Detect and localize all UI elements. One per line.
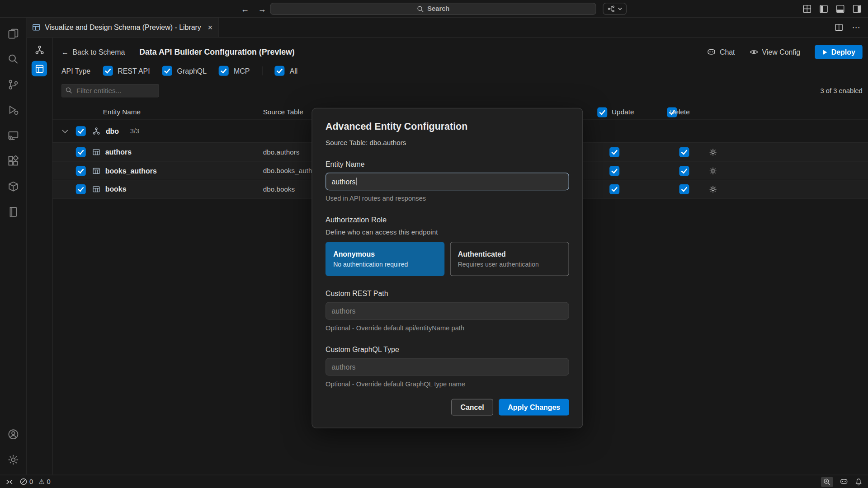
entity-filter-wrap: [61, 84, 159, 97]
source-table: dbo.authors: [263, 148, 300, 156]
custom-graphql-type-input[interactable]: [326, 358, 569, 375]
auth-option-subtitle: Requires user authentication: [458, 261, 561, 268]
update-checkbox[interactable]: [609, 166, 619, 176]
command-center-search[interactable]: Search: [270, 3, 596, 15]
data-api-builder-icon[interactable]: [32, 61, 47, 76]
tab-label: Visualize and Design Schema (Preview) - …: [45, 23, 201, 31]
copilot-status-icon[interactable]: [840, 478, 848, 486]
customize-layout-icon[interactable]: [803, 5, 812, 14]
source-table-header: Source Table: [263, 108, 303, 116]
delete-checkbox[interactable]: [679, 166, 689, 176]
auth-option-title: Anonymous: [333, 250, 437, 258]
row-settings-gear-icon[interactable]: [709, 167, 717, 174]
title-bar: ← → Search: [0, 0, 868, 18]
custom-rest-path-helper: Optional - Override default api/entityNa…: [326, 324, 569, 332]
custom-rest-path-input[interactable]: [326, 302, 569, 320]
page-title: Data API Builder Configuration (Preview): [139, 47, 295, 56]
split-editor-icon[interactable]: [835, 23, 843, 31]
row-settings-gear-icon[interactable]: [709, 185, 717, 193]
all-checkbox[interactable]: [275, 66, 285, 76]
rest-api-checkbox[interactable]: [103, 66, 113, 76]
delete-checkbox[interactable]: [679, 184, 689, 194]
auth-option-subtitle: No authentication required: [333, 261, 437, 268]
view-config-button[interactable]: View Config: [749, 47, 800, 56]
row-checkbox[interactable]: [76, 166, 86, 176]
toggle-secondary-sidebar-icon[interactable]: [853, 5, 862, 14]
dialog-source-table: Source Table: dbo.authors: [326, 139, 569, 146]
error-count: 0: [29, 478, 33, 485]
entity-name-helper: Used in API routes and responses: [326, 195, 569, 202]
settings-gear-icon[interactable]: [0, 447, 26, 472]
panel-header-actions: Chat View Config Deploy: [707, 45, 863, 59]
schema-icon: [92, 127, 100, 135]
delete-checkbox[interactable]: [679, 147, 689, 157]
remote-indicator-icon[interactable]: [5, 478, 13, 485]
back-to-schema-link[interactable]: ← Back to Schema: [61, 48, 125, 56]
activity-bar: [0, 18, 27, 474]
filter-option-mcp[interactable]: MCP: [219, 66, 250, 76]
chat-button[interactable]: Chat: [707, 47, 735, 56]
more-actions-icon[interactable]: ⋯: [852, 23, 860, 33]
custom-graphql-type-label: Custom GraphQL Type: [326, 345, 569, 353]
update-checkbox[interactable]: [609, 147, 619, 157]
entity-name-input[interactable]: authors: [326, 173, 569, 190]
remote-explorer-icon[interactable]: [0, 123, 26, 148]
explorer-icon[interactable]: [0, 21, 26, 47]
mcp-checkbox[interactable]: [219, 66, 229, 76]
text-caret: [356, 178, 357, 185]
database-project-icon[interactable]: [0, 199, 26, 225]
enabled-summary: 3 of 3 enabled: [821, 87, 863, 94]
update-checkbox[interactable]: [609, 184, 619, 194]
collapse-chevron-icon[interactable]: [62, 127, 68, 133]
row-checkbox[interactable]: [76, 184, 86, 194]
search-icon: [65, 87, 72, 94]
warning-count: 0: [47, 478, 50, 485]
group-checkbox[interactable]: [76, 126, 86, 136]
graphql-checkbox[interactable]: [162, 66, 172, 76]
toggle-primary-sidebar-icon[interactable]: [819, 5, 828, 14]
deploy-button[interactable]: Deploy: [815, 45, 863, 59]
chat-label: Chat: [720, 48, 735, 56]
update-all-checkbox[interactable]: [597, 107, 607, 117]
search-icon[interactable]: [0, 47, 26, 72]
toggle-panel-icon[interactable]: [836, 5, 845, 14]
auth-option-anonymous[interactable]: Anonymous No authentication required: [326, 242, 444, 276]
tab-bar: Visualize and Design Schema (Preview) - …: [27, 18, 868, 38]
filter-option-graphql[interactable]: GraphQL: [162, 66, 207, 76]
extensions-icon[interactable]: [0, 148, 26, 174]
auth-option-authenticated[interactable]: Authenticated Requires user authenticati…: [450, 242, 569, 276]
filter-option-rest-api[interactable]: REST API: [103, 66, 150, 76]
history-nav: ← →: [241, 0, 266, 18]
custom-graphql-type-helper: Optional - Override default GraphQL type…: [326, 380, 569, 388]
entity-name: books: [105, 185, 127, 193]
apply-changes-button[interactable]: Apply Changes: [499, 399, 569, 416]
group-count: 3/3: [130, 127, 139, 135]
source-table: dbo.books_auth: [263, 167, 312, 174]
zoom-indicator-icon[interactable]: [821, 477, 833, 487]
schema-diagram-icon[interactable]: [32, 42, 47, 57]
row-checkbox[interactable]: [76, 147, 86, 157]
notifications-bell-icon[interactable]: [855, 478, 863, 485]
forward-arrow-button[interactable]: →: [258, 4, 266, 14]
source-table: dbo.books: [263, 185, 295, 193]
table-icon: [92, 167, 100, 174]
problems-indicator[interactable]: 0 ⚠ 0: [20, 478, 51, 485]
cancel-button[interactable]: Cancel: [451, 399, 494, 416]
run-debug-icon[interactable]: [0, 98, 26, 123]
session-picker-button[interactable]: [603, 3, 627, 15]
back-arrow-icon: ←: [61, 48, 69, 56]
source-control-icon[interactable]: [0, 72, 26, 97]
filter-divider: [262, 66, 262, 75]
filter-option-all[interactable]: All: [275, 66, 298, 76]
dialog-title: Advanced Entity Configuration: [326, 121, 569, 132]
close-tab-icon[interactable]: ×: [208, 23, 212, 31]
status-bar: 0 ⚠ 0: [0, 475, 868, 488]
sql-database-cube-icon[interactable]: [0, 174, 26, 199]
entity-filter-input[interactable]: [61, 84, 159, 97]
row-settings-gear-icon[interactable]: [709, 148, 717, 156]
panel-header: ← Back to Schema Data API Builder Config…: [52, 44, 868, 60]
account-icon[interactable]: [0, 422, 26, 447]
back-arrow-button[interactable]: ←: [241, 4, 249, 14]
tab-visualize-design-schema[interactable]: Visualize and Design Schema (Preview) - …: [27, 18, 219, 37]
dialog-actions: Cancel Apply Changes: [326, 399, 569, 416]
